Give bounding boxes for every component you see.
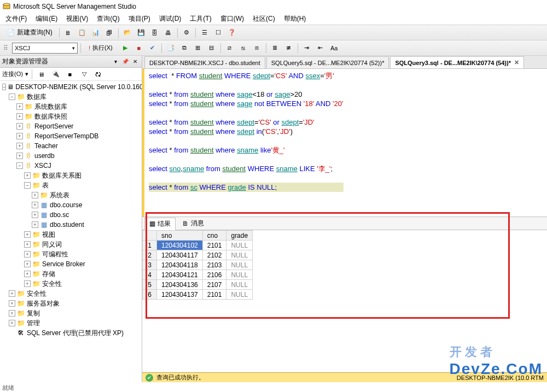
- tb-icon-1[interactable]: 🗎: [62, 27, 74, 39]
- db-diagrams-node[interactable]: +📁数据库关系图: [1, 171, 142, 180]
- table-cell[interactable]: 2107: [202, 280, 226, 290]
- table-cell[interactable]: 1204304102: [157, 241, 203, 250]
- menu-item[interactable]: 编辑(E): [32, 13, 61, 25]
- table-cell[interactable]: 1204304118: [157, 260, 203, 270]
- dbo-sc-node[interactable]: +▦dbo.sc: [1, 210, 142, 220]
- messages-tab[interactable]: 🗎 消息: [178, 218, 208, 229]
- connect-icon[interactable]: 🖥: [36, 68, 48, 80]
- tb-q4[interactable]: ⊟: [206, 42, 218, 54]
- panel-pin-icon[interactable]: 📌: [121, 57, 130, 66]
- table-cell[interactable]: 2101: [202, 241, 226, 250]
- tb-icon-help[interactable]: ❓: [226, 27, 238, 39]
- server-objects-node[interactable]: +📁服务器对象: [1, 299, 142, 308]
- sys-databases-node[interactable]: +📁系统数据库: [1, 102, 142, 112]
- synonyms-node[interactable]: +📁同义词: [1, 239, 142, 249]
- tb-icon-list[interactable]: ☰: [199, 27, 211, 39]
- connect-label[interactable]: 连接(O): [2, 70, 23, 78]
- menu-item[interactable]: 社区(C): [249, 13, 278, 25]
- table-cell[interactable]: NULL: [226, 241, 253, 250]
- table-cell[interactable]: 2102: [202, 250, 226, 260]
- panel-close-icon[interactable]: ✕: [131, 57, 139, 66]
- open-button[interactable]: 📂: [121, 27, 133, 39]
- print-button[interactable]: 🖶: [162, 27, 174, 39]
- menu-item[interactable]: 视图(V): [63, 13, 91, 25]
- tb-icon-4[interactable]: 🗐: [103, 27, 115, 39]
- results-grid[interactable]: snocnograde112043041022101NULL2120430411…: [142, 230, 253, 300]
- agent-node[interactable]: 🛠SQL Server 代理(已禁用代理 XP): [1, 328, 142, 338]
- dropdown-icon[interactable]: ▾: [25, 71, 28, 78]
- new-query-button[interactable]: 📄 新建查询(N): [3, 27, 56, 39]
- reportserver-node[interactable]: +🛢ReportServer: [1, 121, 142, 131]
- userdb-node[interactable]: +🛢userdb: [1, 151, 142, 161]
- reportservertemp-node[interactable]: +🛢ReportServerTempDB: [1, 131, 142, 141]
- tb-q3[interactable]: ⊞: [192, 42, 204, 54]
- object-tree[interactable]: −🖥DESKTOP-NBME2IK (SQL Server 10.0.160 −…: [0, 81, 142, 382]
- db-snapshots-node[interactable]: +📁数据库快照: [1, 112, 142, 121]
- stop-button[interactable]: ■: [133, 42, 145, 54]
- results-grid-area[interactable]: snocnograde112043041022101NULL2120430411…: [142, 230, 547, 372]
- uncomment-button[interactable]: ≢: [283, 42, 295, 54]
- tables-node[interactable]: −📁表: [1, 180, 142, 190]
- save-button[interactable]: 💾: [135, 27, 147, 39]
- databases-node[interactable]: −📁数据库: [1, 92, 142, 102]
- debug-button[interactable]: ▶: [119, 42, 131, 54]
- document-tab[interactable]: SQLQuery5.sql - DE...ME2IK\20774 (52))*: [266, 56, 389, 68]
- disconnect-icon[interactable]: 🔌: [50, 68, 62, 80]
- dbo-student-node[interactable]: +▦dbo.student: [1, 220, 142, 230]
- table-cell[interactable]: 2103: [202, 260, 226, 270]
- table-row[interactable]: 612043041372101NULL: [143, 290, 253, 300]
- table-cell[interactable]: NULL: [226, 270, 253, 280]
- programmability-node[interactable]: +📁可编程性: [1, 249, 142, 259]
- menu-item[interactable]: 查询(Q): [94, 13, 123, 25]
- sql-editor[interactable]: select * FROM student WHERE sdept='CS' A…: [142, 69, 547, 217]
- table-cell[interactable]: NULL: [226, 290, 253, 300]
- indent-button[interactable]: ⇥: [301, 42, 313, 54]
- table-row[interactable]: 112043041022101NULL: [143, 241, 253, 250]
- table-cell[interactable]: NULL: [226, 250, 253, 260]
- service-broker-node[interactable]: +📁Service Broker: [1, 259, 142, 269]
- outdent-button[interactable]: ⇤: [315, 42, 327, 54]
- menu-item[interactable]: 窗口(W): [217, 13, 247, 25]
- tb-q2[interactable]: ⧉: [178, 42, 190, 54]
- table-cell[interactable]: NULL: [226, 260, 253, 270]
- table-row[interactable]: 212043041172102NULL: [143, 250, 253, 260]
- server-node[interactable]: −🖥DESKTOP-NBME2IK (SQL Server 10.0.160: [1, 82, 142, 92]
- close-icon[interactable]: ✕: [514, 59, 519, 66]
- results-tab[interactable]: ▦ 结果: [144, 218, 176, 230]
- stop-icon[interactable]: ■: [64, 68, 76, 80]
- storage-node[interactable]: +📁存储: [1, 269, 142, 279]
- security-node[interactable]: +📁安全性: [1, 289, 142, 299]
- table-cell[interactable]: 1204304137: [157, 290, 203, 300]
- database-selector[interactable]: XSCJ: [12, 43, 78, 54]
- table-row[interactable]: 312043041182103NULL: [143, 260, 253, 270]
- table-cell[interactable]: 1204304117: [157, 250, 203, 260]
- teacher-node[interactable]: +🛢Teacher: [1, 141, 142, 151]
- table-cell[interactable]: NULL: [226, 280, 253, 290]
- menu-item[interactable]: 调试(D): [156, 13, 185, 25]
- document-tab[interactable]: DESKTOP-NBME2IK.XSCJ - dbo.student: [144, 56, 265, 68]
- tb-q6[interactable]: ⧅: [237, 42, 249, 54]
- dbo-course-node[interactable]: +▦dbo.course: [1, 200, 142, 210]
- comment-button[interactable]: ≣: [269, 42, 281, 54]
- tb-q7[interactable]: ⧆: [251, 42, 263, 54]
- filter-icon[interactable]: ▽: [78, 68, 90, 80]
- management-node[interactable]: +📁管理: [1, 318, 142, 328]
- refresh-icon[interactable]: 🗘: [92, 68, 104, 80]
- menu-item[interactable]: 帮助(H): [281, 13, 310, 25]
- tb-q5[interactable]: ⧄: [224, 42, 236, 54]
- table-row[interactable]: 512043041362107NULL: [143, 280, 253, 290]
- table-cell[interactable]: 1204304136: [157, 280, 203, 290]
- document-tab[interactable]: SQLQuery3.sql - DE...ME2IK\20774 (54))*✕: [390, 56, 524, 68]
- table-cell[interactable]: 2106: [202, 270, 226, 280]
- table-cell[interactable]: 1204304121: [157, 270, 203, 280]
- panel-dropdown-icon[interactable]: ▾: [111, 57, 120, 66]
- column-header[interactable]: cno: [202, 231, 226, 241]
- parse-button[interactable]: ✔: [147, 42, 159, 54]
- column-header[interactable]: grade: [226, 231, 253, 241]
- column-header[interactable]: sno: [157, 231, 203, 241]
- menu-item[interactable]: 项目(P): [125, 13, 154, 25]
- tb-last[interactable]: Aa: [328, 42, 340, 54]
- menu-item[interactable]: 工具(T): [187, 13, 214, 25]
- tb-icon-3[interactable]: 📊: [90, 27, 102, 39]
- sys-tables-node[interactable]: +📁系统表: [1, 190, 142, 200]
